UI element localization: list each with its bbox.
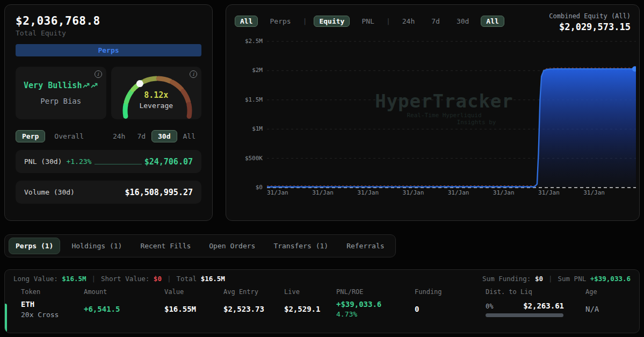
pnl-label: PNL (30d) (24, 157, 62, 166)
separator: | (548, 275, 553, 283)
perps-allocation-label: Perps (98, 46, 119, 54)
period-tab-30d[interactable]: 30d (151, 130, 177, 142)
separator: | (386, 17, 390, 25)
perp-bias-label: Perp Bias (40, 97, 81, 105)
leverage-value: 8.12x (111, 90, 202, 100)
chart-tab-perps[interactable]: Perps (265, 16, 295, 26)
total-equity-value: $2,036,768.8 (16, 15, 201, 27)
tab-perps[interactable]: Perps (1) (9, 238, 60, 254)
total-value: $16.5M (201, 275, 225, 283)
tab-holdings[interactable]: Holdings (1) (64, 238, 129, 254)
dist-to-liq-cell: 0% $2,263.61 (486, 302, 564, 317)
perp-bias-value: Very Bullish (24, 81, 82, 90)
position-row-accent (5, 304, 7, 332)
sum-pnl-value: +$39,033.6 (590, 275, 631, 283)
dist-to-liq-bar (486, 313, 563, 317)
token-cell: ETH 20x Cross (21, 300, 84, 319)
y-tick: $2M (235, 67, 263, 74)
pnl-sparkline (95, 164, 142, 164)
combined-equity-label: Combined Equity (All) (549, 12, 631, 20)
tab-recent-fills[interactable]: Recent Fills (133, 238, 198, 254)
col-age: Age (585, 288, 639, 296)
x-tick: 31/Jan (538, 189, 560, 196)
avg-entry-cell: $2,523.73 (223, 305, 284, 313)
chart-tab-pnl[interactable]: PNL (357, 16, 379, 26)
scope-tab-perp[interactable]: Perp (16, 130, 45, 142)
tab-referrals[interactable]: Referrals (339, 238, 391, 254)
position-row[interactable]: ETH 20x Cross +6,541.5 $16.55M $2,523.73… (5, 299, 639, 319)
trending-up-icon (83, 83, 90, 89)
x-tick: 31/Jan (357, 189, 379, 196)
scope-tab-overall[interactable]: Overall (48, 131, 90, 142)
separator: | (167, 275, 171, 283)
period-tab-24h[interactable]: 24h (107, 131, 131, 142)
volume-row: Volume (30d) $16,508,995.27 (16, 181, 201, 204)
volume-label: Volume (30d) (24, 188, 75, 196)
x-tick: 31/Jan (312, 189, 334, 196)
perps-allocation-bar[interactable]: Perps (16, 44, 201, 56)
equity-chart-panel: All Perps | Equity PNL | 24h 7d 30d All … (226, 4, 640, 221)
token-symbol: ETH (21, 300, 84, 309)
chart-tab-7d[interactable]: 7d (426, 16, 445, 26)
x-tick: 31/Jan (267, 189, 288, 196)
leverage-label: Leverage (111, 102, 202, 110)
y-tick: $0 (235, 184, 263, 191)
equity-chart-area: $2.5M $2M $1.5M $1M $500K $0 HyperTracke… (235, 37, 631, 196)
chart-tab-all-period[interactable]: All (481, 16, 504, 27)
pnl-row: PNL (30d) +1.23% $24,706.07 (16, 150, 201, 173)
live-price-cell: $2,529.1 (284, 305, 336, 313)
combined-equity-value: $2,029,573.15 (549, 21, 631, 32)
period-tab-all[interactable]: All (177, 131, 201, 142)
chart-tab-equity[interactable]: Equity (314, 16, 350, 27)
x-tick: 31/Jan (493, 189, 515, 196)
tab-open-orders[interactable]: Open Orders (202, 238, 262, 254)
pnl-value: $24,706.07 (144, 157, 193, 167)
col-avg-entry: Avg Entry (223, 288, 284, 296)
short-value: $0 (154, 275, 162, 283)
info-icon[interactable]: i (95, 70, 102, 78)
separator: | (91, 275, 96, 283)
volume-value: $16,508,995.27 (125, 188, 193, 197)
col-value: Value (164, 288, 223, 296)
equity-chart[interactable] (267, 37, 636, 193)
leverage-gauge-card: i 8.12x Leverage (111, 67, 202, 119)
age-cell: N/A (585, 305, 639, 313)
dashboard: $2,036,768.8 Total Equity Perps i Very B… (0, 0, 644, 337)
x-tick: 31/Jan (403, 189, 424, 196)
equity-summary-panel: $2,036,768.8 Total Equity Perps i Very B… (4, 4, 213, 221)
chart-tab-24h[interactable]: 24h (397, 16, 419, 26)
x-axis-labels: 31/Jan 31/Jan 31/Jan 31/Jan 31/Jan 31/Ja… (267, 189, 636, 196)
col-live: Live (284, 288, 336, 296)
col-pnl-roe: PNL/ROE (336, 288, 415, 296)
chart-tab-30d[interactable]: 30d (452, 16, 474, 26)
x-tick: 31/Jan (583, 189, 605, 196)
period-tab-7d[interactable]: 7d (131, 131, 151, 142)
col-dist-to-liq: Dist. to Liq (486, 288, 585, 296)
long-value: $16.5M (62, 275, 86, 283)
y-tick: $2.5M (235, 38, 263, 45)
positions-header-row: Token Amount Value Avg Entry Live PNL/RO… (5, 288, 639, 296)
positions-summary: Long Value: $16.5M | Short Value: $0 | T… (5, 270, 639, 284)
col-token: Token (21, 288, 84, 296)
col-amount: Amount (84, 288, 164, 296)
pnl-value: +$39,033.6 (336, 299, 415, 310)
total-equity-label: Total Equity (16, 29, 201, 37)
total-label: Total (176, 275, 197, 283)
tab-transfers[interactable]: Transfers (1) (266, 238, 335, 254)
long-value-label: Long Value: (13, 275, 58, 283)
token-leverage-mode: 20x Cross (21, 311, 84, 319)
short-value-label: Short Value: (101, 275, 149, 283)
positions-panel: Long Value: $16.5M | Short Value: $0 | T… (4, 269, 640, 333)
section-tabs: Perps (1) Holdings (1) Recent Fills Open… (4, 234, 396, 257)
amount-cell: +6,541.5 (84, 305, 164, 313)
chart-tab-all-scope[interactable]: All (235, 16, 258, 27)
gauge-needle-dot (136, 80, 143, 87)
perp-bias-card: i Very Bullish Perp Bias (16, 67, 106, 119)
trending-up-icon (91, 83, 98, 89)
pnl-percent: +1.23% (66, 157, 91, 166)
pnl-roe-cell: +$39,033.6 4.73% (336, 299, 415, 319)
y-tick: $1M (235, 125, 263, 132)
y-tick: $500K (235, 155, 263, 162)
value-cell: $16.55M (164, 305, 223, 313)
dist-value: $2,263.61 (523, 302, 564, 310)
